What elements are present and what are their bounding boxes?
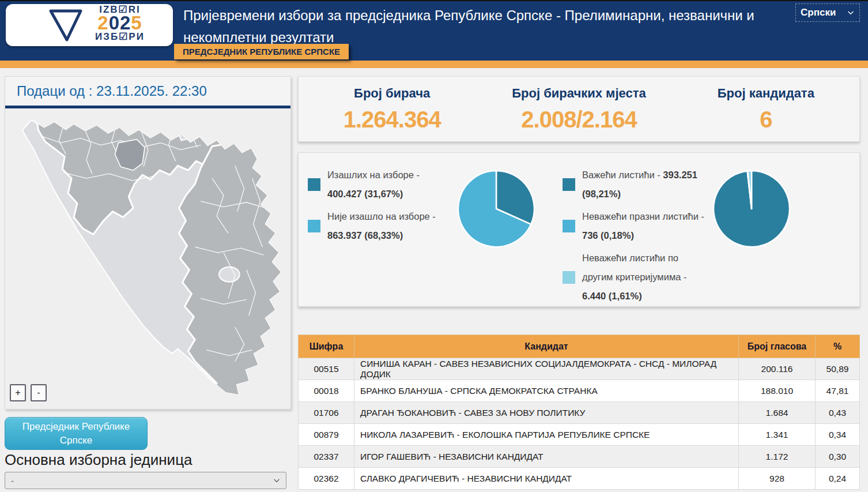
candidate-code: 02337 xyxy=(299,446,354,468)
candidate-code: 00018 xyxy=(299,380,354,402)
map-pocket-gorazde xyxy=(219,267,240,282)
results-table-body: 00515СИНИША КАРАН - САВЕЗ НЕЗАВИСНИХ СОЦ… xyxy=(299,358,860,490)
legend-swatch-icon xyxy=(563,178,575,191)
turnout-pie xyxy=(453,166,539,254)
legend-label: Важећи листићи - 393.251 (98,21%) xyxy=(582,166,707,204)
candidate-percent: 0,43 xyxy=(816,402,860,424)
chevron-down-icon xyxy=(847,9,855,17)
candidate-percent: 47,81 xyxy=(816,380,860,402)
stat-col-0: Број бирача1.264.364 xyxy=(299,77,485,141)
ballots-pie-svg xyxy=(708,166,795,252)
ballot-triangle-icon xyxy=(48,9,83,42)
candidate-code: 02362 xyxy=(299,468,354,490)
candidate-votes: 1.684 xyxy=(739,402,816,424)
stat-value: 1.264.364 xyxy=(299,107,485,133)
legend-item: Није изашло на изборе - 863.937 (68,33%) xyxy=(308,207,450,245)
legend-swatch-icon xyxy=(563,271,575,284)
candidate-votes: 1.341 xyxy=(739,424,816,446)
turnout-chart-block: Изашлих на изборе - 400.427 (31,67%)Није… xyxy=(299,153,556,306)
candidate-code: 01706 xyxy=(299,402,354,424)
legend-item: Неважећи листићи по другим критеријумима… xyxy=(563,249,707,306)
legend-label: Изашлих на изборе - 400.427 (31,67%) xyxy=(327,166,450,204)
electoral-unit-select-wrap: - xyxy=(5,472,286,489)
results-header-2: Број гласова xyxy=(739,335,816,358)
stat-label: Број бирача xyxy=(299,86,485,101)
candidate-name: ДРАГАН ЂОКАНОВИЋ - САВЕЗ ЗА НОВУ ПОЛИТИК… xyxy=(354,402,739,424)
stat-value: 2.008/2.164 xyxy=(485,107,672,133)
electoral-unit-select[interactable]: - xyxy=(5,472,286,489)
map-panel-header: Подаци од : 23.11.2025. 22:30 xyxy=(5,77,290,106)
izbori-2025-logo: IZB☑RI 2025 ИЗБ☑РИ xyxy=(6,4,173,46)
tab-president-rs[interactable]: ПРЕДСЈЕДНИК РЕПУБЛИКЕ СРПСКЕ xyxy=(174,44,349,59)
turnout-legend: Изашлих на изборе - 400.427 (31,67%)Није… xyxy=(299,166,450,249)
basic-electoral-unit-heading: Основна изборна јединица xyxy=(5,451,193,469)
data-as-of: Подаци од : 23.11.2025. 22:30 xyxy=(17,83,207,99)
ballots-legend: Важећи листићи - 393.251 (98,21%)Неважећ… xyxy=(556,166,707,309)
table-row: 02337ИГОР ГАШЕВИЋ - НЕЗАВИСНИ КАНДИДАТ1.… xyxy=(299,446,860,468)
ballots-chart-block: Важећи листићи - 393.251 (98,21%)Неважећ… xyxy=(556,153,859,306)
candidate-name: НИКОЛА ЛАЗАРЕВИЋ - ЕКОЛОШКА ПАРТИЈА РЕПУ… xyxy=(354,424,739,446)
candidate-name: СИНИША КАРАН - САВЕЗ НЕЗАВИСНИХ СОЦИЈАЛД… xyxy=(354,358,739,380)
results-table-head: ШифраКандидатБрој гласова% xyxy=(299,335,860,358)
ballots-pie xyxy=(708,166,795,254)
legend-swatch-icon xyxy=(308,220,320,232)
table-row: 01706ДРАГАН ЂОКАНОВИЋ - САВЕЗ ЗА НОВУ ПО… xyxy=(299,402,860,424)
stat-col-1: Број бирачких мјеста2.008/2.164 xyxy=(485,77,672,141)
map-zoom-controls: + - xyxy=(10,384,47,401)
candidate-code: 00515 xyxy=(299,358,354,380)
map-panel: Подаци од : 23.11.2025. 22:30 xyxy=(5,76,291,410)
stat-label: Број бирачких мјеста xyxy=(485,86,672,101)
summary-stats-panel: Број бирача1.264.364Број бирачких мјеста… xyxy=(298,76,860,142)
results-header-row: ШифраКандидатБрој гласова% xyxy=(299,335,860,358)
table-row: 00515СИНИША КАРАН - САВЕЗ НЕЗАВИСНИХ СОЦ… xyxy=(299,358,860,380)
legend-label: Неважећи празни листићи - 736 (0,18%) xyxy=(582,207,707,245)
logo-text-block: IZB☑RI 2025 ИЗБ☑РИ xyxy=(74,5,166,45)
candidate-name: СЛАВКО ДРАГИЧЕВИЋ - НЕЗАВИСНИ КАНДИДАТ xyxy=(354,468,739,490)
header: IZB☑RI 2025 ИЗБ☑РИ Пријевремени избори з… xyxy=(0,1,868,61)
table-row: 02362СЛАВКО ДРАГИЧЕВИЋ - НЕЗАВИСНИ КАНДИ… xyxy=(299,468,860,490)
map-zoom-out-button[interactable]: - xyxy=(31,384,47,401)
race-president-button[interactable]: Предсједник Републике Српске xyxy=(5,417,148,450)
candidate-percent: 50,89 xyxy=(816,358,860,380)
accent-bar xyxy=(0,61,868,68)
candidate-name: БРАНКО БЛАНУША - СРПСКА ДЕМОКРАТСКА СТРА… xyxy=(354,380,739,402)
map-bosnia[interactable] xyxy=(6,111,290,404)
candidate-percent: 0,30 xyxy=(816,446,860,468)
map-area: + - xyxy=(5,108,290,406)
logo-line-bottom: ИЗБ☑РИ xyxy=(74,32,166,42)
candidate-votes: 200.116 xyxy=(739,358,816,380)
legend-label: Није изашло на изборе - 863.937 (68,33%) xyxy=(327,207,450,245)
results-header-0: Шифра xyxy=(299,335,354,358)
candidate-votes: 1.172 xyxy=(739,446,816,468)
candidate-votes: 928 xyxy=(739,468,816,490)
legend-swatch-icon xyxy=(563,220,575,232)
candidate-percent: 0,34 xyxy=(816,424,860,446)
legend-item: Важећи листићи - 393.251 (98,21%) xyxy=(563,166,707,204)
candidate-votes: 188.010 xyxy=(739,380,816,402)
turnout-pie-svg xyxy=(453,166,539,252)
results-header-3: % xyxy=(816,335,860,358)
legend-item: Изашлих на изборе - 400.427 (31,67%) xyxy=(308,166,450,204)
candidate-name: ИГОР ГАШЕВИЋ - НЕЗАВИСНИ КАНДИДАТ xyxy=(354,446,739,468)
table-row: 00879НИКОЛА ЛАЗАРЕВИЋ - ЕКОЛОШКА ПАРТИЈА… xyxy=(299,424,860,446)
stat-value: 6 xyxy=(673,107,859,133)
legend-label: Неважећи листићи по другим критеријумима… xyxy=(582,249,707,306)
legend-item: Неважећи празни листићи - 736 (0,18%) xyxy=(563,207,707,245)
map-zoom-in-button[interactable]: + xyxy=(10,384,26,401)
language-label: Српски xyxy=(801,7,847,18)
candidate-code: 00879 xyxy=(299,424,354,446)
table-row: 00018БРАНКО БЛАНУША - СРПСКА ДЕМОКРАТСКА… xyxy=(299,380,860,402)
page-title: Пријевремени избори за предсједника Репу… xyxy=(183,5,799,48)
stat-col-2: Број кандидата6 xyxy=(673,77,859,141)
pie-charts-panel: Изашлих на изборе - 400.427 (31,67%)Није… xyxy=(298,152,860,307)
logo-year: 2025 xyxy=(74,14,166,32)
stat-label: Број кандидата xyxy=(673,86,859,101)
legend-swatch-icon xyxy=(308,178,320,191)
results-header-1: Кандидат xyxy=(354,335,739,358)
language-selector[interactable]: Српски xyxy=(795,3,860,22)
results-table: ШифраКандидатБрој гласова% 00515СИНИША К… xyxy=(298,335,860,490)
candidate-percent: 0,24 xyxy=(816,468,860,490)
